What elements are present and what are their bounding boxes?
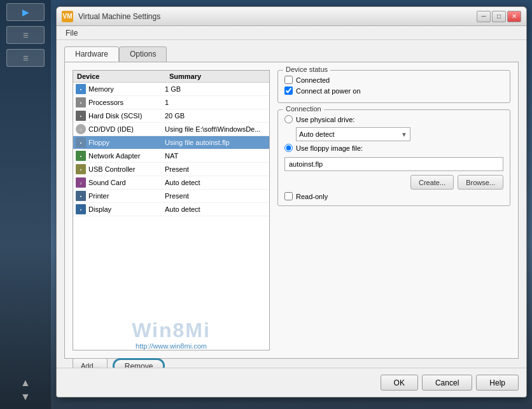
use-floppy-image-label: Use floppy image file: bbox=[296, 144, 363, 152]
window-controls: ─ □ ✕ bbox=[477, 11, 521, 22]
readonly-label: Read-only bbox=[296, 193, 328, 200]
right-panel: Device status Connected Connect at power… bbox=[277, 70, 510, 350]
device-row-printer[interactable]: ▪ Printer Present bbox=[73, 190, 269, 203]
watermark-area: Win8Mi http://www.win8mi.com bbox=[73, 216, 269, 350]
device-name-cddvd: CD/DVD (IDE) bbox=[88, 125, 165, 133]
device-summary-cddvd: Using file E:\soft\WindowsDe... bbox=[165, 125, 267, 133]
device-summary-harddisk: 20 GB bbox=[165, 112, 267, 120]
dropdown-arrow-icon: ▼ bbox=[401, 131, 407, 138]
readonly-row: Read-only bbox=[284, 192, 503, 200]
menu-file[interactable]: File bbox=[60, 27, 83, 39]
use-physical-radio[interactable] bbox=[284, 115, 293, 123]
connection-title: Connection bbox=[283, 105, 324, 113]
connect-power-row: Connect at power on bbox=[284, 87, 503, 95]
tab-content-hardware: Device Summary ▪ Memory 1 GB ▪ Processor… bbox=[64, 62, 519, 359]
device-name-network: Network Adapter bbox=[88, 152, 165, 160]
use-floppy-image-radio[interactable] bbox=[284, 144, 293, 152]
device-list-panel: Device Summary ▪ Memory 1 GB ▪ Processor… bbox=[73, 70, 270, 350]
harddisk-icon: ▪ bbox=[76, 111, 86, 121]
device-row-processors[interactable]: ▪ Processors 1 bbox=[73, 96, 269, 109]
floppy-icon: ▪ bbox=[76, 137, 86, 148]
cancel-button[interactable]: Cancel bbox=[422, 375, 472, 391]
device-row-usb[interactable]: ▪ USB Controller Present bbox=[73, 163, 269, 176]
taskbar-button-1[interactable]: ▶ bbox=[6, 3, 45, 21]
printer-icon: ▪ bbox=[76, 191, 86, 201]
tab-hardware[interactable]: Hardware bbox=[64, 46, 119, 62]
taskbar-scroll-down[interactable]: ▼ bbox=[20, 391, 31, 403]
device-row-display[interactable]: ▪ Display Auto detect bbox=[73, 203, 269, 216]
connect-power-label: Connect at power on bbox=[296, 87, 361, 95]
device-table-header: Device Summary bbox=[73, 71, 269, 83]
ok-button[interactable]: OK bbox=[381, 375, 418, 391]
device-row-harddisk[interactable]: ▪ Hard Disk (SCSI) 20 GB bbox=[73, 109, 269, 123]
auto-detect-dropdown[interactable]: Auto detect ▼ bbox=[296, 127, 410, 141]
connection-group: Connection Use physical drive: Auto dete… bbox=[277, 109, 510, 206]
device-summary-floppy: Using file autoinst.flp bbox=[165, 139, 267, 146]
auto-detect-value: Auto detect bbox=[299, 130, 335, 138]
device-summary-usb: Present bbox=[165, 165, 267, 173]
device-name-display: Display bbox=[88, 205, 165, 213]
device-summary-memory: 1 GB bbox=[165, 85, 267, 93]
network-icon: ▪ bbox=[76, 151, 86, 161]
device-row-memory[interactable]: ▪ Memory 1 GB bbox=[73, 83, 269, 96]
dialog-bottom-bar: OK Cancel Help bbox=[57, 368, 526, 397]
menu-bar: File bbox=[57, 26, 526, 40]
display-icon: ▪ bbox=[76, 204, 86, 214]
remove-button[interactable]: Remove bbox=[113, 358, 165, 368]
device-status-group: Device status Connected Connect at power… bbox=[277, 70, 510, 103]
content-area: Hardware Options Device Summary ▪ Memory bbox=[57, 40, 526, 368]
floppy-image-input[interactable] bbox=[284, 157, 503, 171]
device-name-floppy: Floppy bbox=[88, 139, 165, 146]
cddvd-icon: ○ bbox=[76, 124, 86, 134]
device-name-processors: Processors bbox=[88, 99, 165, 106]
tab-options[interactable]: Options bbox=[119, 46, 167, 62]
add-button[interactable]: Add... bbox=[73, 358, 108, 368]
left-section: Device Summary ▪ Memory 1 GB ▪ Processor… bbox=[73, 70, 270, 350]
connected-label: Connected bbox=[296, 76, 330, 84]
device-summary-processors: 1 bbox=[165, 99, 267, 106]
dialog-window: VM Virtual Machine Settings ─ □ ✕ File H… bbox=[56, 6, 527, 398]
use-physical-row: Use physical drive: bbox=[284, 115, 503, 123]
connected-checkbox[interactable] bbox=[284, 76, 293, 84]
device-summary-network: NAT bbox=[165, 152, 267, 160]
app-icon: VM bbox=[62, 11, 73, 22]
device-name-usb: USB Controller bbox=[88, 165, 165, 173]
device-row-network[interactable]: ▪ Network Adapter NAT bbox=[73, 149, 269, 163]
watermark-url: http://www.win8mi.com bbox=[136, 342, 207, 350]
browse-button[interactable]: Browse... bbox=[458, 175, 503, 190]
title-bar: VM Virtual Machine Settings ─ □ ✕ bbox=[57, 7, 526, 26]
tab-bar: Hardware Options bbox=[64, 46, 519, 62]
col-summary-header: Summary bbox=[169, 73, 265, 80]
use-physical-label: Use physical drive: bbox=[296, 116, 354, 123]
device-row-cddvd[interactable]: ○ CD/DVD (IDE) Using file E:\soft\Window… bbox=[73, 123, 269, 136]
device-summary-printer: Present bbox=[165, 192, 267, 200]
create-button[interactable]: Create... bbox=[410, 175, 454, 190]
taskbar: ▶ ☰ ☰ ▲ ▼ bbox=[0, 0, 51, 409]
help-button[interactable]: Help bbox=[476, 375, 519, 391]
device-summary-display: Auto detect bbox=[165, 205, 267, 213]
device-name-printer: Printer bbox=[88, 192, 165, 200]
maximize-button[interactable]: □ bbox=[492, 11, 506, 22]
col-device-header: Device bbox=[77, 73, 169, 80]
device-row-floppy[interactable]: ▪ Floppy Using file autoinst.flp bbox=[73, 136, 269, 149]
close-button[interactable]: ✕ bbox=[507, 11, 521, 22]
device-row-sound[interactable]: ♪ Sound Card Auto detect bbox=[73, 176, 269, 190]
connected-row: Connected bbox=[284, 76, 503, 84]
memory-icon: ▪ bbox=[76, 84, 86, 94]
device-name-memory: Memory bbox=[88, 85, 165, 93]
taskbar-button-2[interactable]: ☰ bbox=[6, 26, 45, 44]
taskbar-scroll-up[interactable]: ▲ bbox=[20, 377, 31, 389]
device-summary-sound: Auto detect bbox=[165, 179, 267, 186]
usb-icon: ▪ bbox=[76, 164, 86, 174]
connect-at-power-checkbox[interactable] bbox=[284, 87, 293, 95]
window-title: Virtual Machine Settings bbox=[78, 12, 477, 21]
processors-icon: ▪ bbox=[76, 97, 86, 107]
floppy-action-buttons: Create... Browse... bbox=[284, 175, 503, 190]
readonly-checkbox[interactable] bbox=[284, 192, 293, 200]
taskbar-button-3[interactable]: ☰ bbox=[6, 49, 45, 67]
minimize-button[interactable]: ─ bbox=[477, 11, 491, 22]
device-action-buttons: Add... Remove bbox=[73, 354, 270, 368]
device-name-harddisk: Hard Disk (SCSI) bbox=[88, 112, 165, 120]
watermark-text: Win8Mi bbox=[132, 319, 211, 342]
use-floppy-image-row: Use floppy image file: bbox=[284, 144, 503, 152]
